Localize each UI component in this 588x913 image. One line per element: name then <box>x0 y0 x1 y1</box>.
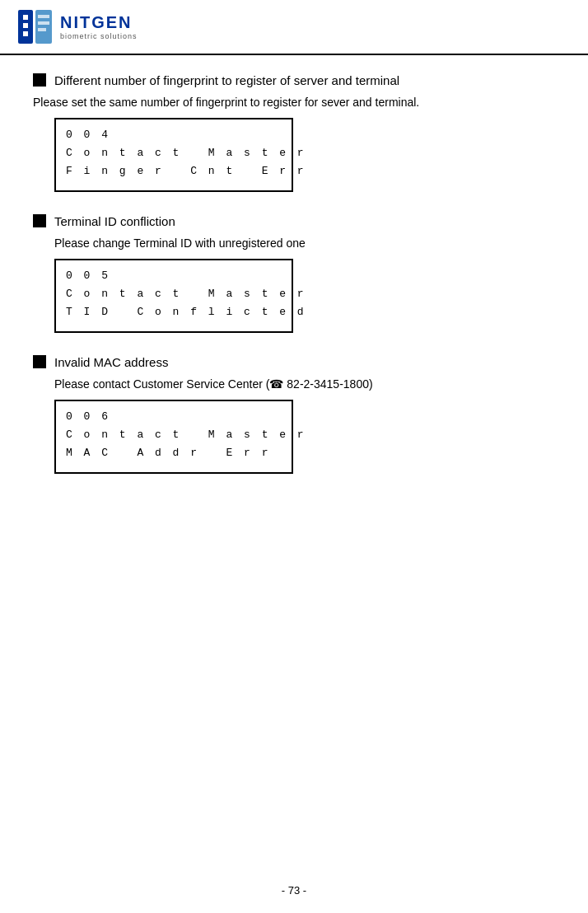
code-line-3-0: 0 0 6 <box>66 408 282 426</box>
bullet-square-2 <box>33 214 46 227</box>
code-box-3: 0 0 6 C o n t a c t M a s t e r M A C A … <box>54 400 293 474</box>
code-line-1-2: F i n g e r C n t E r r <box>66 162 282 180</box>
section1-header: Different number of fingerprint to regis… <box>33 72 555 89</box>
section2-title: Terminal ID confliction <box>54 213 175 230</box>
section2-header: Terminal ID confliction <box>33 213 555 230</box>
svg-rect-5 <box>38 15 49 18</box>
section1-description: Please set the same number of fingerprin… <box>33 94 555 111</box>
code-line-1-0: 0 0 4 <box>66 126 282 144</box>
section-terminal-id: Terminal ID confliction Please change Te… <box>33 213 555 333</box>
page-footer: - 73 - <box>0 884 588 897</box>
logo-text: NITGEN biometric solutions <box>60 13 138 40</box>
section2-description: Please change Terminal ID with unregiste… <box>54 235 555 252</box>
code-line-1-1: C o n t a c t M a s t e r <box>66 144 282 162</box>
section1-title: Different number of fingerprint to regis… <box>54 72 399 89</box>
logo-name: NITGEN <box>60 13 138 32</box>
main-content: Different number of fingerprint to regis… <box>0 63 588 527</box>
code-box-1: 0 0 4 C o n t a c t M a s t e r F i n g … <box>54 118 293 192</box>
svg-rect-7 <box>38 28 46 31</box>
section3-title: Invalid MAC address <box>54 353 168 371</box>
svg-rect-3 <box>23 31 28 36</box>
bullet-square-1 <box>33 73 46 87</box>
code-line-2-2: T I D C o n f l i c t e d <box>66 303 282 321</box>
code-line-3-1: C o n t a c t M a s t e r <box>66 426 282 444</box>
logo-subtitle: biometric solutions <box>60 32 138 40</box>
code-line-2-0: 0 0 5 <box>66 267 282 285</box>
section3-header: Invalid MAC address <box>33 353 555 371</box>
section-mac-address: Invalid MAC address Please contact Custo… <box>33 353 555 474</box>
section3-description: Please contact Customer Service Center (… <box>54 376 555 393</box>
page-number: - 73 - <box>282 884 306 897</box>
logo-container: NITGEN biometric solutions <box>16 8 138 45</box>
svg-rect-6 <box>38 21 49 25</box>
section-fingerprint-count: Different number of fingerprint to regis… <box>33 72 555 192</box>
svg-rect-1 <box>23 15 28 20</box>
svg-rect-2 <box>23 23 28 28</box>
code-line-3-2: M A C A d d r E r r <box>66 444 282 462</box>
page-header: NITGEN biometric solutions <box>0 0 588 55</box>
logo-icon <box>16 8 54 45</box>
code-line-2-1: C o n t a c t M a s t e r <box>66 285 282 303</box>
code-box-2: 0 0 5 C o n t a c t M a s t e r T I D C … <box>54 259 293 333</box>
bullet-square-3 <box>33 355 46 368</box>
